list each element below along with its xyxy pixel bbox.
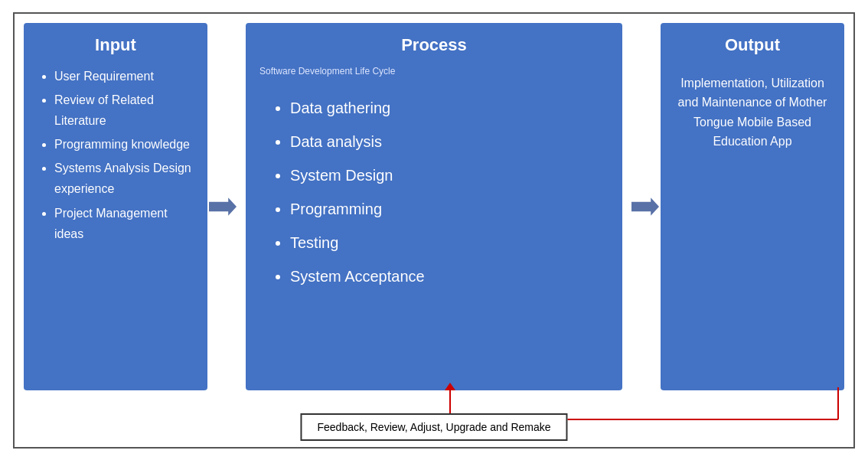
process-subtitle: Software Development Life Cycle bbox=[259, 66, 609, 77]
list-item: Programming bbox=[290, 193, 609, 225]
process-list: Data gathering Data analysis System Desi… bbox=[259, 92, 609, 294]
input-list: User Requirement Review of Related Liter… bbox=[38, 66, 194, 248]
svg-marker-0 bbox=[209, 197, 237, 215]
process-box: Process Software Development Life Cycle … bbox=[246, 23, 622, 390]
list-item: Data analysis bbox=[290, 126, 609, 158]
input-box: Input User Requirement Review of Related… bbox=[24, 23, 207, 390]
list-item: Data gathering bbox=[290, 92, 609, 124]
diagram-container: Input User Requirement Review of Related… bbox=[13, 12, 855, 449]
arrow-process-to-output bbox=[630, 195, 661, 218]
output-text: Implementation, Utilization and Maintena… bbox=[674, 73, 830, 152]
arrow-input-to-process bbox=[207, 195, 238, 218]
feedback-label: Feedback, Review, Adjust, Upgrade and Re… bbox=[317, 421, 550, 433]
list-item: System Design bbox=[290, 159, 609, 191]
main-row: Input User Requirement Review of Related… bbox=[24, 23, 844, 390]
output-box: Output Implementation, Utilization and M… bbox=[661, 23, 844, 390]
output-title: Output bbox=[674, 35, 830, 55]
process-title: Process bbox=[259, 35, 609, 55]
list-item: Review of Related Literature bbox=[54, 90, 194, 131]
list-item: System Acceptance bbox=[290, 260, 609, 292]
list-item: User Requirement bbox=[54, 66, 194, 86]
list-item: Project Management ideas bbox=[54, 203, 194, 244]
svg-marker-1 bbox=[631, 197, 659, 215]
feedback-box: Feedback, Review, Adjust, Upgrade and Re… bbox=[300, 413, 567, 441]
list-item: Systems Analysis Design experience bbox=[54, 158, 194, 199]
input-title: Input bbox=[38, 35, 194, 55]
list-item: Programming knowledge bbox=[54, 134, 194, 155]
list-item: Testing bbox=[290, 227, 609, 259]
